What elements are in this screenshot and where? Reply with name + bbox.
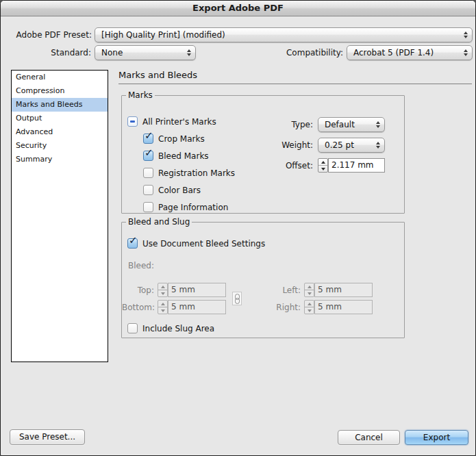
- standard-dropdown[interactable]: None: [95, 45, 196, 60]
- checkbox-label: Registration Marks: [158, 168, 235, 178]
- checkbox-crop-marks[interactable]: Crop Marks: [143, 134, 205, 144]
- stepper-down-icon: [158, 307, 167, 314]
- bleed-bottom-label: Bottom:: [122, 303, 154, 312]
- stepper-up-icon: [158, 301, 167, 307]
- bleed-bottom-input: 5 mm: [168, 300, 226, 314]
- checkbox-label: Page Information: [158, 203, 228, 212]
- popup-arrows-icon: [464, 49, 468, 56]
- type-dropdown[interactable]: Default: [318, 117, 385, 132]
- stepper-up-icon: [158, 283, 167, 290]
- marks-group-legend: Marks: [126, 90, 155, 100]
- popup-arrows-icon: [187, 49, 191, 56]
- bleed-group-legend: Bleed and Slug: [126, 217, 192, 227]
- window-title: Export Adobe PDF: [192, 3, 284, 13]
- checkbox-include-slug-area[interactable]: Include Slug Area: [127, 323, 214, 333]
- checkbox-registration-marks[interactable]: Registration Marks: [143, 168, 235, 178]
- bleed-top-input: 5 mm: [168, 283, 226, 297]
- type-value: Default: [325, 120, 355, 129]
- bleed-bottom-stepper: [158, 300, 168, 314]
- popup-arrows-icon: [376, 142, 380, 149]
- stepper-up-icon: [318, 159, 327, 165]
- export-button[interactable]: Export: [405, 430, 468, 445]
- stepper-down-icon: [305, 307, 314, 314]
- bleed-left-stepper: [304, 283, 314, 297]
- header-divider: [118, 84, 472, 84]
- mixed-state-checkbox-icon: [127, 116, 138, 127]
- pane-title: Marks and Bleeds: [118, 70, 197, 80]
- checked-checkbox-icon: [143, 134, 153, 144]
- checkbox-use-document-bleed-settings[interactable]: Use Document Bleed Settings: [127, 238, 265, 249]
- offset-label: Offset:: [245, 161, 313, 170]
- adobe-pdf-preset-value: [High Quality Print] (modified): [101, 30, 225, 40]
- checkbox-label: All Printer's Marks: [142, 117, 216, 127]
- bleed-right-label: Right:: [259, 303, 301, 312]
- cancel-button[interactable]: Cancel: [338, 430, 400, 445]
- adobe-pdf-preset-label: Adobe PDF Preset:: [1, 30, 92, 40]
- weight-label: Weight:: [245, 140, 313, 150]
- sidebar-item-security[interactable]: Security: [12, 139, 108, 153]
- offset-input[interactable]: 2.117 mm: [328, 158, 385, 173]
- standard-value: None: [101, 48, 123, 58]
- settings-category-list: General Compression Marks and Bleeds Out…: [11, 70, 108, 362]
- unchecked-checkbox-icon: [143, 185, 153, 195]
- compatibility-label: Compatibility:: [253, 48, 343, 58]
- popup-arrows-icon: [464, 31, 468, 38]
- bleed-left-input: 5 mm: [314, 283, 373, 297]
- sidebar-item-summary[interactable]: Summary: [12, 153, 108, 166]
- standard-label: Standard:: [1, 48, 91, 58]
- checked-checkbox-icon: [127, 238, 138, 249]
- bleed-left-label: Left:: [259, 286, 301, 295]
- sidebar-item-output[interactable]: Output: [12, 112, 108, 125]
- checked-checkbox-icon: [143, 151, 153, 161]
- bleed-top-label: Top:: [122, 286, 154, 295]
- checkbox-bleed-marks[interactable]: Bleed Marks: [143, 151, 209, 161]
- checkbox-all-printers-marks[interactable]: All Printer's Marks: [127, 116, 216, 127]
- unchecked-checkbox-icon: [127, 323, 138, 333]
- checkbox-label: Color Bars: [158, 186, 201, 195]
- export-adobe-pdf-dialog: Export Adobe PDF Adobe PDF Preset: [High…: [0, 0, 476, 456]
- title-bar: Export Adobe PDF: [1, 1, 475, 16]
- checkbox-page-information[interactable]: Page Information: [143, 202, 228, 212]
- stepper-up-icon: [305, 301, 314, 307]
- checkbox-label: Crop Marks: [158, 134, 205, 144]
- weight-dropdown[interactable]: 0.25 pt: [318, 138, 385, 153]
- sidebar-item-advanced[interactable]: Advanced: [12, 125, 108, 139]
- bleed-and-slug-group: Bleed and Slug Use Document Bleed Settin…: [121, 217, 405, 338]
- save-preset-button[interactable]: Save Preset...: [10, 429, 85, 445]
- unchecked-checkbox-icon: [143, 168, 153, 178]
- weight-value: 0.25 pt: [325, 140, 354, 150]
- type-label: Type:: [245, 120, 313, 129]
- bleed-top-stepper: [158, 283, 168, 297]
- stepper-down-icon: [305, 290, 314, 296]
- adobe-pdf-preset-dropdown[interactable]: [High Quality Print] (modified): [95, 27, 473, 42]
- sidebar-item-compression[interactable]: Compression: [12, 84, 108, 98]
- marks-group: Marks All Printer's Marks Crop Marks Ble…: [121, 90, 405, 214]
- bleed-label: Bleed:: [128, 261, 154, 270]
- compatibility-value: Acrobat 5 (PDF 1.4): [353, 48, 434, 58]
- unchecked-checkbox-icon: [143, 202, 153, 212]
- link-bleed-values-icon: [232, 292, 242, 305]
- sidebar-item-marks-and-bleeds[interactable]: Marks and Bleeds: [12, 98, 108, 112]
- bleed-right-input: 5 mm: [314, 300, 373, 314]
- checkbox-label: Include Slug Area: [142, 324, 214, 333]
- sidebar-item-general[interactable]: General: [12, 71, 108, 84]
- checkbox-label: Use Document Bleed Settings: [142, 239, 265, 249]
- compatibility-dropdown[interactable]: Acrobat 5 (PDF 1.4): [347, 45, 473, 60]
- stepper-down-icon: [158, 290, 167, 296]
- bleed-right-stepper: [304, 300, 314, 314]
- checkbox-label: Bleed Marks: [158, 151, 209, 161]
- stepper-down-icon: [318, 165, 327, 172]
- stepper-up-icon: [305, 283, 314, 290]
- checkbox-color-bars[interactable]: Color Bars: [143, 185, 201, 195]
- offset-stepper[interactable]: [318, 158, 328, 173]
- popup-arrows-icon: [376, 121, 380, 128]
